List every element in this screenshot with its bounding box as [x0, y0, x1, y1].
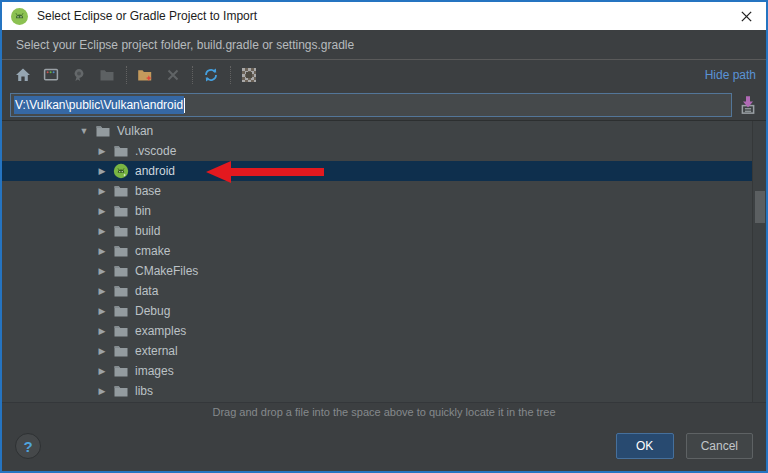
- tree-row-label: external: [135, 344, 178, 358]
- tree-row-label: Vulkan: [117, 124, 153, 138]
- help-icon[interactable]: ?: [15, 433, 41, 459]
- tree-row-examples[interactable]: ▶examples: [2, 321, 766, 341]
- file-tree: ▼Vulkan▶.vscode▶android▶base▶bin▶build▶c…: [2, 120, 766, 402]
- tree-row-vscode[interactable]: ▶.vscode: [2, 141, 766, 161]
- tree-row-label: Debug: [135, 304, 170, 318]
- tree-row-label: CMakeFiles: [135, 264, 198, 278]
- chevron-collapsed-icon[interactable]: ▶: [96, 386, 108, 396]
- hide-path-link[interactable]: Hide path: [705, 68, 756, 82]
- refresh-icon[interactable]: [200, 64, 222, 86]
- path-row: V:\Vulkan\public\Vulkan\android: [2, 90, 766, 120]
- project-folder-icon: [96, 64, 118, 86]
- tree-row-label: libs: [135, 384, 153, 398]
- text-caret: [184, 98, 185, 113]
- folder-icon: [113, 343, 129, 359]
- tree-row-label: images: [135, 364, 174, 378]
- chevron-collapsed-icon[interactable]: ▶: [96, 246, 108, 256]
- tree-row-cmake[interactable]: ▶cmake: [2, 241, 766, 261]
- instruction-text: Select your Eclipse project folder, buil…: [2, 30, 766, 60]
- folder-icon: [113, 183, 129, 199]
- scrollbar-thumb[interactable]: [755, 191, 765, 223]
- new-folder-icon[interactable]: [134, 64, 156, 86]
- chevron-collapsed-icon[interactable]: ▶: [96, 366, 108, 376]
- tree-row-label: base: [135, 184, 161, 198]
- cancel-button[interactable]: Cancel: [686, 433, 753, 459]
- close-icon[interactable]: [735, 5, 757, 27]
- tree-row-vulkan[interactable]: ▼Vulkan: [2, 121, 766, 141]
- folder-icon: [113, 223, 129, 239]
- chevron-collapsed-icon[interactable]: ▶: [96, 226, 108, 236]
- chevron-collapsed-icon[interactable]: ▶: [96, 266, 108, 276]
- chevron-collapsed-icon[interactable]: ▶: [96, 306, 108, 316]
- tree-row-android[interactable]: ▶android: [2, 161, 766, 181]
- folder-icon: [113, 383, 129, 399]
- tree-row-label: bin: [135, 204, 151, 218]
- folder-icon: [95, 123, 111, 139]
- tree-row-external[interactable]: ▶external: [2, 341, 766, 361]
- tree-row-libs[interactable]: ▶libs: [2, 381, 766, 401]
- folder-icon: [113, 303, 129, 319]
- folder-icon: [113, 243, 129, 259]
- folder-icon: [113, 203, 129, 219]
- folder-icon: [113, 263, 129, 279]
- tree-row-cmakefiles[interactable]: ▶CMakeFiles: [2, 261, 766, 281]
- tree-row-images[interactable]: ▶images: [2, 361, 766, 381]
- chevron-collapsed-icon[interactable]: ▶: [96, 166, 108, 176]
- toolbar-separator: [192, 66, 193, 84]
- chevron-collapsed-icon[interactable]: ▶: [96, 326, 108, 336]
- ok-button[interactable]: OK: [616, 433, 674, 459]
- chevron-collapsed-icon[interactable]: ▶: [96, 146, 108, 156]
- tree-row-label: .vscode: [135, 144, 176, 158]
- drag-drop-hint: Drag and drop a file into the space abov…: [2, 402, 766, 421]
- toolbar-separator: [126, 66, 127, 84]
- tree-row-data[interactable]: ▶data: [2, 281, 766, 301]
- folder-icon: [113, 363, 129, 379]
- tree-row-label: cmake: [135, 244, 170, 258]
- scrollbar-track[interactable]: [752, 121, 766, 402]
- tree-row-debug[interactable]: ▶Debug: [2, 301, 766, 321]
- chevron-collapsed-icon[interactable]: ▶: [96, 206, 108, 216]
- desktop-icon[interactable]: [40, 64, 62, 86]
- module-icon: [68, 64, 90, 86]
- chevron-collapsed-icon[interactable]: ▶: [96, 346, 108, 356]
- jump-to-path-icon[interactable]: [738, 95, 758, 115]
- toolbar-separator: [230, 66, 231, 84]
- delete-icon: [162, 64, 184, 86]
- home-icon[interactable]: [12, 64, 34, 86]
- android-project-icon: [113, 163, 129, 179]
- folder-icon: [113, 283, 129, 299]
- path-value: V:\Vulkan\public\Vulkan\android: [14, 96, 184, 114]
- tree-row-label: build: [135, 224, 160, 238]
- tree-row-label: examples: [135, 324, 186, 338]
- folder-icon: [113, 323, 129, 339]
- folder-icon: [113, 143, 129, 159]
- show-hidden-files-icon[interactable]: [238, 64, 260, 86]
- dialog-title: Select Eclipse or Gradle Project to Impo…: [37, 9, 257, 23]
- tree-row-label: data: [135, 284, 158, 298]
- chevron-collapsed-icon[interactable]: ▶: [96, 286, 108, 296]
- android-studio-icon: [11, 8, 28, 25]
- title-bar: Select Eclipse or Gradle Project to Impo…: [2, 2, 766, 30]
- tree-row-bin[interactable]: ▶bin: [2, 201, 766, 221]
- file-chooser-toolbar: Hide path: [2, 60, 766, 90]
- dialog-footer: ? OK Cancel: [2, 421, 766, 471]
- chevron-expanded-icon[interactable]: ▼: [78, 126, 90, 136]
- tree-row-base[interactable]: ▶base: [2, 181, 766, 201]
- chevron-collapsed-icon[interactable]: ▶: [96, 186, 108, 196]
- path-input[interactable]: V:\Vulkan\public\Vulkan\android: [10, 93, 732, 117]
- tree-row-label: android: [135, 164, 175, 178]
- import-project-dialog: Select Eclipse or Gradle Project to Impo…: [0, 0, 768, 473]
- tree-row-build[interactable]: ▶build: [2, 221, 766, 241]
